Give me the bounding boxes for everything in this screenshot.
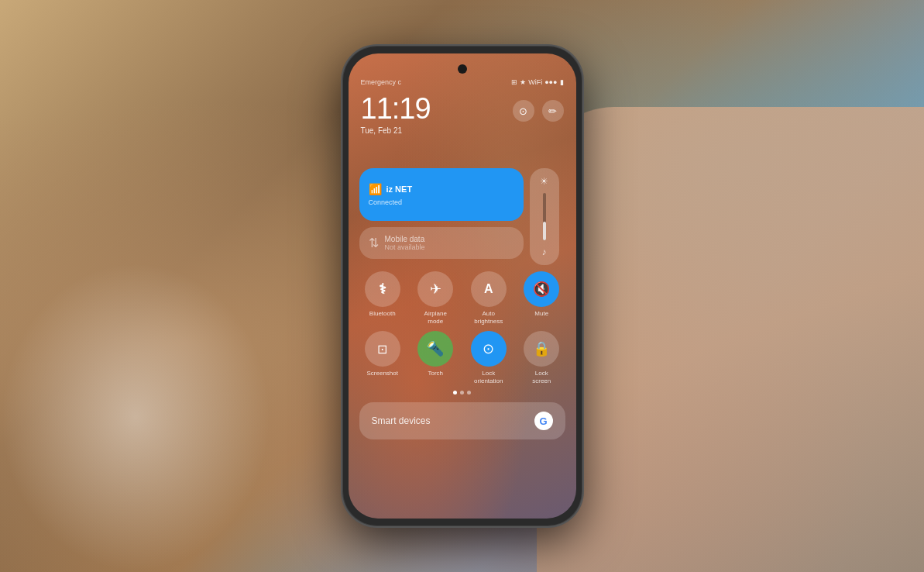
- lock-orientation-label: Lockorientation: [474, 370, 503, 384]
- screenshot-icon: ⊡: [377, 342, 387, 357]
- clock-area: 11:19 Tue, Feb 21 ⊙ ✏: [361, 94, 564, 135]
- lock-orientation-toggle[interactable]: ⊙ Lockorientation: [465, 331, 513, 384]
- auto-brightness-toggle[interactable]: A Autobrightness: [465, 271, 513, 325]
- torch-icon: 🔦: [427, 340, 444, 357]
- dot-1: [453, 391, 457, 395]
- mobile-data-icon: ⇅: [369, 236, 379, 250]
- mute-icon: 🔇: [533, 281, 550, 298]
- brightness-icon: ☀: [540, 176, 548, 187]
- auto-brightness-circle: A: [471, 271, 507, 307]
- screenshot-label: Screenshot: [367, 370, 398, 377]
- status-icon-signal: ●●●: [544, 78, 557, 86]
- wifi-tile[interactable]: 📶 iz NET Connected: [359, 168, 524, 221]
- airplane-circle: ✈: [417, 271, 453, 307]
- torch-toggle[interactable]: 🔦 Torch: [412, 331, 459, 384]
- torch-circle: 🔦: [417, 331, 453, 367]
- bluetooth-circle: ⚕: [365, 271, 400, 307]
- google-home-icon: G: [534, 412, 553, 430]
- phone-screen: Emergency c ⊞ ★ WiFi ●●● ▮ 11:19 Tue, Fe…: [349, 53, 576, 519]
- status-bar: Emergency c ⊞ ★ WiFi ●●● ▮: [361, 78, 564, 86]
- status-icon-grid: ⊞: [511, 78, 517, 86]
- mute-label: Mute: [534, 310, 548, 318]
- lock-screen-toggle[interactable]: 🔒 Lockscreen: [518, 331, 565, 384]
- timer-button[interactable]: ⊙: [513, 100, 534, 122]
- page-dots: [359, 391, 565, 395]
- status-icon-wifi: WiFi: [528, 78, 542, 86]
- music-icon: ♪: [542, 246, 547, 257]
- mobile-data-subtitle: Not available: [385, 243, 425, 251]
- clock-actions: ⊙ ✏: [513, 100, 564, 122]
- bluetooth-icon: ⚕: [379, 281, 386, 298]
- mobile-data-text: Mobile data Not available: [385, 235, 425, 251]
- lock-orientation-circle: ⊙: [471, 331, 507, 367]
- status-icon-battery: ▮: [560, 78, 564, 86]
- phone-wrapper: Emergency c ⊞ ★ WiFi ●●● ▮ 11:19 Tue, Fe…: [342, 46, 582, 526]
- clock-time: 11:19: [361, 94, 431, 123]
- dot-3: [467, 391, 471, 395]
- airplane-label: Airplanemode: [424, 310, 447, 325]
- brightness-slider[interactable]: [543, 193, 546, 240]
- mute-circle: 🔇: [524, 271, 559, 307]
- phone-body: Emergency c ⊞ ★ WiFi ●●● ▮ 11:19 Tue, Fe…: [342, 46, 582, 526]
- mute-toggle[interactable]: 🔇 Mute: [518, 271, 565, 325]
- status-icon-star: ★: [520, 78, 526, 86]
- hand-background: [537, 107, 924, 572]
- edit-button[interactable]: ✏: [542, 100, 564, 122]
- screenshot-toggle[interactable]: ⊡ Screenshot: [359, 331, 407, 384]
- google-home-letter: G: [539, 415, 547, 427]
- wifi-status: Connected: [369, 198, 514, 206]
- bluetooth-toggle[interactable]: ⚕ Bluetooth: [359, 271, 407, 325]
- clock-date: Tue, Feb 21: [361, 126, 431, 135]
- table-blur: [0, 262, 271, 572]
- torch-label: Torch: [428, 370, 443, 377]
- camera-notch: [458, 64, 467, 74]
- wifi-network-name: iz NET: [386, 184, 413, 194]
- airplane-toggle[interactable]: ✈ Airplanemode: [412, 271, 459, 325]
- quick-toggles-row2: ⊡ Screenshot 🔦 Torch ⊙ L: [359, 331, 565, 384]
- lock-screen-icon: 🔒: [533, 340, 550, 357]
- screenshot-circle: ⊡: [365, 331, 400, 367]
- clock-left: 11:19 Tue, Feb 21: [361, 94, 431, 135]
- lock-screen-circle: 🔒: [524, 331, 559, 367]
- dot-2: [460, 391, 464, 395]
- brightness-fill: [543, 222, 546, 240]
- lock-orientation-icon: ⊙: [483, 340, 494, 357]
- quick-toggles-row1: ⚕ Bluetooth ✈ Airplanemode A: [359, 271, 565, 325]
- brightness-slider-tile[interactable]: ☀ ♪: [530, 168, 559, 265]
- wifi-icon: 📶: [369, 183, 382, 195]
- control-panel: 📶 iz NET Connected ⇅ Mobile data Not ava…: [359, 168, 565, 439]
- emergency-text: Emergency c: [361, 78, 402, 86]
- airplane-icon: ✈: [430, 281, 441, 298]
- auto-brightness-label: Autobrightness: [474, 310, 503, 325]
- mobile-data-title: Mobile data: [385, 235, 425, 243]
- smart-devices-label: Smart devices: [372, 415, 431, 426]
- mobile-data-tile[interactable]: ⇅ Mobile data Not available: [359, 227, 524, 259]
- lock-screen-label: Lockscreen: [532, 370, 551, 384]
- auto-brightness-icon: A: [484, 282, 493, 296]
- smart-devices-tile[interactable]: Smart devices G: [359, 402, 565, 439]
- bluetooth-label: Bluetooth: [369, 310, 396, 318]
- status-icons: ⊞ ★ WiFi ●●● ▮: [511, 78, 563, 86]
